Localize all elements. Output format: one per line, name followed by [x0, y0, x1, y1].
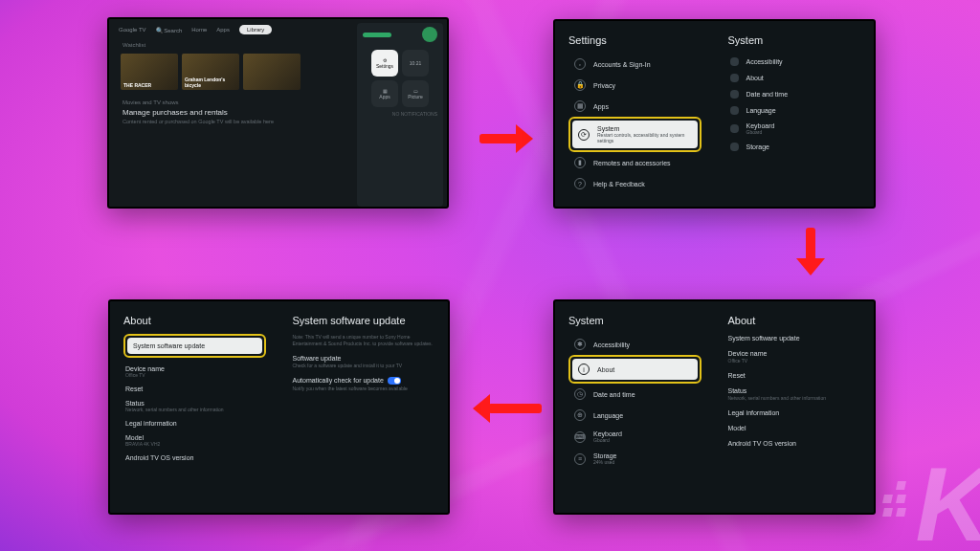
- about-left-col: About System software update Device name…: [110, 301, 279, 513]
- settings-system-highlight: ⟳SystemRestart controls, accessibility a…: [568, 117, 702, 152]
- settings-right-col: System Accessibility About Date and time…: [715, 21, 875, 207]
- system-language[interactable]: ⊕Language: [568, 405, 702, 426]
- accessibility-icon: ✱: [574, 339, 586, 350]
- about-software-update[interactable]: System software update: [728, 335, 861, 342]
- watermark-k-icon: K: [916, 443, 980, 551]
- arrow-right-icon: [479, 124, 537, 153]
- system-title: System: [728, 34, 861, 46]
- remote-icon: ▮: [574, 157, 586, 168]
- info-icon: [730, 74, 739, 82]
- accessibility-icon: [730, 57, 739, 66]
- about-status[interactable]: StatusNetwork, serial numbers and other …: [728, 387, 861, 401]
- nav-search[interactable]: 🔍 Search: [156, 27, 183, 33]
- storage-icon: [730, 143, 739, 151]
- quick-brightness-bar[interactable]: [363, 33, 391, 37]
- system-about[interactable]: iAbout: [572, 359, 698, 380]
- info-icon: i: [578, 364, 590, 375]
- about-android-version[interactable]: Android TV OS version: [125, 454, 264, 461]
- system-about[interactable]: About: [728, 70, 861, 86]
- clock-icon: ◷: [574, 388, 586, 400]
- globe-icon: [730, 106, 739, 115]
- about-model[interactable]: ModelBRAVIA 4K VH2: [125, 434, 264, 447]
- auto-update-toggle[interactable]: [388, 377, 401, 385]
- system-icon: ⟳: [578, 129, 590, 141]
- tile-lendon[interactable]: Graham Lendon's bicycle: [182, 54, 239, 90]
- settings-title: Settings: [568, 34, 702, 46]
- tile-3[interactable]: [243, 54, 301, 90]
- tv-step1-library: Google TV 🔍 Search Home Apps Library Wat…: [107, 17, 449, 209]
- about-right-col: About System software update Device name…: [715, 301, 875, 513]
- globe-icon: ⊕: [574, 409, 586, 421]
- about-reset[interactable]: Reset: [728, 372, 861, 379]
- arrow-down-icon: [796, 228, 825, 279]
- quick-time-card[interactable]: 10:21: [402, 50, 429, 77]
- storage-icon: ≡: [574, 453, 586, 465]
- system-date[interactable]: Date and time: [728, 86, 861, 102]
- brand: Google TV: [119, 27, 146, 33]
- lock-icon: 🔒: [574, 79, 586, 91]
- profile-avatar-icon[interactable]: [422, 27, 437, 42]
- system-storage[interactable]: Storage: [728, 139, 861, 155]
- about-legal[interactable]: Legal information: [728, 409, 861, 416]
- about-legal[interactable]: Legal information: [125, 420, 264, 427]
- system-keyboard[interactable]: ⌨KeyboardGboard: [568, 426, 702, 448]
- nav-apps[interactable]: Apps: [216, 27, 230, 33]
- tv-step3-system: System ✱Accessibility iAbout ◷Date and t…: [553, 299, 876, 515]
- settings-accounts[interactable]: ◦Accounts & Sign-In: [568, 54, 702, 75]
- system-accessibility[interactable]: Accessibility: [728, 54, 861, 70]
- keyboard-icon: [730, 124, 739, 133]
- about-model[interactable]: Model: [728, 425, 861, 431]
- system-left-col: System ✱Accessibility iAbout ◷Date and t…: [555, 301, 715, 513]
- quick-settings-card[interactable]: ⚙Settings: [371, 50, 398, 77]
- tv-step4-about: About System software update Device name…: [108, 299, 450, 515]
- update-title: System software update: [293, 315, 435, 326]
- system-storage[interactable]: ≡Storage24% used: [568, 448, 702, 470]
- settings-help[interactable]: ?Help & Feedback: [568, 173, 702, 194]
- about-reset[interactable]: Reset: [125, 386, 264, 392]
- about-android-version[interactable]: Android TV OS version: [728, 440, 861, 447]
- nav-library[interactable]: Library: [239, 25, 272, 34]
- clock-icon: [730, 90, 739, 99]
- auto-check-update[interactable]: Automatically check for updateNotify you…: [293, 377, 435, 391]
- system-keyboard[interactable]: KeyboardGboard: [728, 119, 861, 139]
- settings-privacy[interactable]: 🔒Privacy: [568, 75, 702, 96]
- about-update-highlight: System software update: [123, 334, 266, 358]
- system-date[interactable]: ◷Date and time: [568, 384, 702, 405]
- apps-icon: ▦: [574, 100, 586, 112]
- system-accessibility[interactable]: ✱Accessibility: [568, 334, 702, 355]
- arrow-left-icon: [467, 394, 542, 423]
- quick-apps-card[interactable]: ▦Apps: [371, 80, 398, 107]
- system-language[interactable]: Language: [728, 102, 861, 119]
- settings-remotes[interactable]: ▮Remotes and accessories: [568, 152, 702, 173]
- about-title: About: [123, 315, 266, 326]
- about-status[interactable]: StatusNetwork, serial numbers and other …: [125, 400, 264, 412]
- about-device-name[interactable]: Device nameOffice TV: [125, 365, 264, 378]
- settings-system[interactable]: ⟳SystemRestart controls, accessibility a…: [572, 121, 698, 148]
- keyboard-icon: ⌨: [574, 431, 586, 443]
- update-note: Note: This TV will send a unique number …: [293, 334, 435, 346]
- no-notifications: NO NOTIFICATIONS: [357, 109, 443, 119]
- nav-home[interactable]: Home: [191, 27, 207, 33]
- about-title: About: [728, 315, 861, 326]
- person-icon: ◦: [574, 58, 586, 70]
- about-system-software-update[interactable]: System software update: [127, 338, 262, 354]
- quick-settings-panel: ⚙Settings 10:21 ▦Apps ▭Picture NO NOTIFI…: [357, 23, 443, 207]
- tv-step2-settings: Settings ◦Accounts & Sign-In 🔒Privacy ▦A…: [553, 19, 876, 209]
- system-about-highlight: iAbout: [568, 355, 702, 384]
- tile-racer[interactable]: THE RACER: [121, 54, 178, 90]
- about-device-name[interactable]: Device nameOffice TV: [728, 350, 861, 364]
- software-update[interactable]: Software updateCheck for a software upda…: [293, 355, 435, 368]
- quick-picture-card[interactable]: ▭Picture: [402, 80, 429, 107]
- settings-apps[interactable]: ▦Apps: [568, 96, 702, 117]
- help-icon: ?: [574, 178, 586, 189]
- system-title: System: [568, 315, 702, 326]
- settings-left-col: Settings ◦Accounts & Sign-In 🔒Privacy ▦A…: [555, 21, 715, 207]
- update-right-col: System software update Note: This TV wil…: [279, 301, 449, 513]
